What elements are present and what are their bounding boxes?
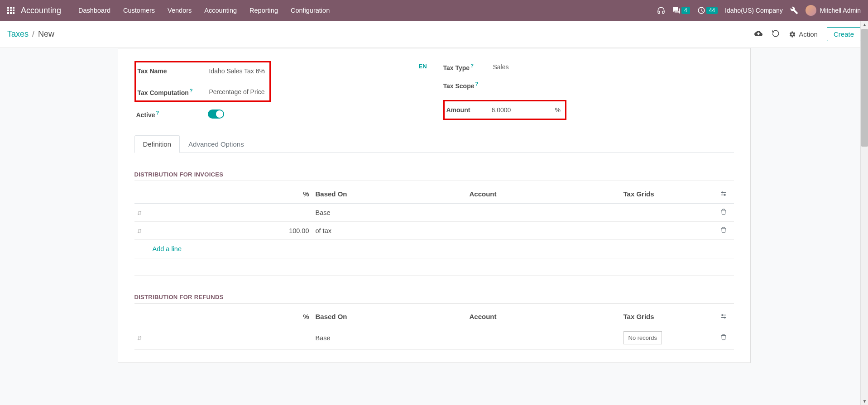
nav-accounting[interactable]: Accounting [198,7,243,14]
no-records-tooltip: No records [623,331,662,344]
active-label: Active? [136,110,208,119]
blank-row [134,258,734,276]
discard-icon[interactable] [772,29,780,39]
help-icon[interactable]: ? [470,63,474,68]
amount-input[interactable]: 6.0000 [492,106,551,114]
support-icon[interactable] [657,6,665,14]
scrollbar[interactable]: ▲ ▼ [860,21,868,372]
invoices-table: % Based On Account Tax Grids ⇵ Base ⇵ 10… [134,186,734,276]
app-name[interactable]: Accounting [21,6,61,15]
sliders-icon[interactable] [720,314,727,321]
tax-type-label: Tax Type? [443,63,493,71]
svg-point-6 [722,314,723,316]
svg-point-7 [724,317,725,318]
nav-vendors[interactable]: Vendors [161,7,198,14]
cell-based-on[interactable]: Base [316,334,470,342]
section-refunds: DISTRIBUTION FOR REFUNDS [134,294,734,304]
top-nav: Accounting Dashboard Customers Vendors A… [0,0,868,21]
cell-pct[interactable]: 100.00 [148,227,316,234]
amount-unit: % [555,106,561,114]
nav-reporting[interactable]: Reporting [243,7,284,14]
action-button[interactable]: Action [789,30,818,38]
messages-badge: 4 [681,7,690,14]
nav-menu: Dashboard Customers Vendors Accounting R… [72,7,336,14]
trash-icon[interactable] [720,209,727,216]
scrollbar-thumb[interactable] [861,29,868,147]
apps-icon[interactable] [7,7,14,14]
drag-handle-icon[interactable]: ⇵ [134,228,142,234]
table-row[interactable]: ⇵ Base [134,204,734,222]
trash-icon[interactable] [720,334,727,342]
avatar [806,5,816,16]
active-toggle[interactable] [208,110,224,119]
tax-type-select[interactable]: Sales [493,63,734,71]
help-icon[interactable]: ? [475,81,479,86]
cloud-icon[interactable] [754,29,762,39]
trash-icon[interactable] [720,227,727,234]
nav-customers[interactable]: Customers [117,7,161,14]
table-row[interactable]: ⇵ 100.00 of tax [134,222,734,240]
tab-advanced[interactable]: Advanced Options [180,135,253,153]
activities-icon[interactable]: 44 [697,6,718,14]
tax-scope-label: Tax Scope? [443,81,493,90]
svg-point-2 [722,192,723,193]
breadcrumb-sep: / [32,29,34,39]
col-account[interactable]: Account [470,313,623,321]
breadcrumb: Taxes / New [7,29,54,39]
col-account[interactable]: Account [470,190,623,199]
tax-name-label: Tax Name [138,67,209,75]
svg-point-3 [724,194,725,195]
activities-badge: 44 [706,7,718,14]
form-sheet: Tax Name Idaho Sales Tax 6% Tax Computat… [118,48,751,363]
user-menu[interactable]: Mitchell Admin [806,5,861,16]
tabs: Definition Advanced Options [134,135,734,153]
messages-icon[interactable]: 4 [672,6,690,14]
action-label: Action [799,30,818,38]
drag-handle-icon[interactable]: ⇵ [134,210,142,216]
tax-computation-select[interactable]: Percentage of Price [209,88,265,95]
col-based-on[interactable]: Based On [316,190,470,199]
nav-configuration[interactable]: Configuration [284,7,336,14]
nav-dashboard[interactable]: Dashboard [72,7,117,14]
control-panel: Taxes / New Action Create [0,21,868,48]
tab-definition[interactable]: Definition [134,135,180,153]
add-line-button[interactable]: Add a line [134,240,734,258]
company-selector[interactable]: Idaho(US) Company [725,7,783,14]
cell-tax-grids[interactable]: No records [623,331,713,344]
debug-icon[interactable] [790,6,798,14]
cell-based-on[interactable]: of tax [316,227,470,234]
language-button[interactable]: EN [419,63,436,70]
breadcrumb-root[interactable]: Taxes [7,29,29,39]
tax-computation-label: Tax Computation? [138,88,209,96]
scroll-up-icon[interactable]: ▲ [861,21,868,29]
breadcrumb-current: New [38,29,54,39]
help-icon[interactable]: ? [190,88,193,93]
amount-label: Amount [446,106,492,114]
create-button[interactable]: Create [827,27,861,41]
table-row[interactable]: ⇵ Base No records [134,326,734,350]
col-pct[interactable]: % [148,190,316,199]
col-tax-grids[interactable]: Tax Grids [623,313,713,321]
cell-based-on[interactable]: Base [316,209,470,216]
refunds-table: % Based On Account Tax Grids ⇵ Base No r… [134,308,734,350]
col-pct[interactable]: % [148,313,316,321]
col-based-on[interactable]: Based On [316,313,470,321]
section-invoices: DISTRIBUTION FOR INVOICES [134,171,734,181]
col-tax-grids[interactable]: Tax Grids [623,190,713,199]
user-name: Mitchell Admin [820,7,861,14]
tax-name-input[interactable]: Idaho Sales Tax 6% [209,67,265,75]
help-icon[interactable]: ? [156,110,159,115]
sliders-icon[interactable] [720,191,727,199]
drag-handle-icon[interactable]: ⇵ [134,335,142,342]
gear-icon [789,31,796,38]
